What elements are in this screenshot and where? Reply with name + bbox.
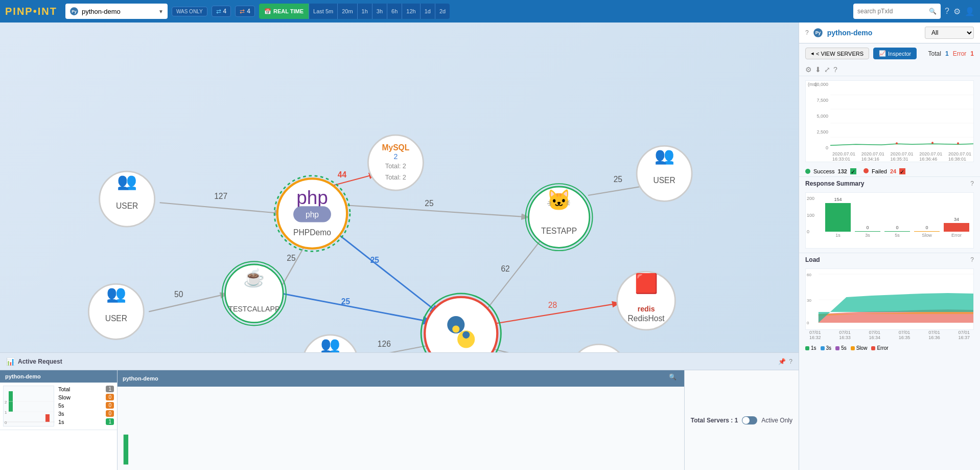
was-only-button[interactable]: WAS ONLY xyxy=(172,7,207,16)
stat-slow-label: Slow xyxy=(58,394,71,400)
active-only-label: Active Only xyxy=(761,417,792,424)
time-1d-button[interactable]: 1d xyxy=(420,4,435,19)
stat-1s-row: 1s 1 xyxy=(58,418,114,425)
search-icon[interactable]: 🔍 xyxy=(929,8,937,15)
bar-3s-val: 0 xyxy=(866,225,869,230)
svg-line-15 xyxy=(282,294,434,323)
svg-text:TESTAPP: TESTAPP xyxy=(541,227,577,235)
inspector-label: Inspector xyxy=(888,51,911,57)
stat-5s-val: 0 xyxy=(106,402,114,409)
load-chart-area: 60 30 0 07/0116:32 07/0116:33 xyxy=(799,266,980,344)
load-title: Load xyxy=(805,256,820,263)
active-requests-content xyxy=(118,387,684,470)
load-xaxis: 07/0116:32 07/0116:33 07/0116:34 07/0116… xyxy=(805,330,974,340)
svg-text:Py: Py xyxy=(72,9,77,14)
brand-logo: PINP•INT xyxy=(5,6,57,17)
stat-labels: Total 1 Slow 0 5s 0 xyxy=(58,386,114,427)
time-2d-button[interactable]: 2d xyxy=(435,4,450,19)
svg-text:2: 2 xyxy=(393,152,398,161)
settings-nav-icon[interactable]: ⚙ xyxy=(953,7,961,16)
svg-text:🟥: 🟥 xyxy=(635,272,659,295)
time-12h-button[interactable]: 12h xyxy=(402,4,419,19)
failed-checkbox[interactable]: ✓ xyxy=(899,168,905,174)
total-servers-label: Total Servers : 1 xyxy=(691,417,738,424)
help-bottom-icon[interactable]: ? xyxy=(789,358,792,365)
download-icon[interactable]: ⬇ xyxy=(815,65,821,74)
right-panel: ? Py python-demo All Success Failed ◂ < … xyxy=(799,23,980,470)
legend-1s-dot xyxy=(805,346,809,350)
stat-3s-row: 3s 0 xyxy=(58,410,114,417)
search-box[interactable]: 🔍 xyxy=(853,4,941,19)
help-response-icon[interactable]: ? xyxy=(970,180,974,187)
filter-dropdown[interactable]: All Success Failed xyxy=(925,27,974,39)
gear-chart-icon[interactable]: ⚙ xyxy=(805,65,812,74)
nav-icons: ? ⚙ 👤 xyxy=(945,7,975,16)
svg-text:🐱: 🐱 xyxy=(546,188,572,212)
svg-text:USER: USER xyxy=(653,176,675,185)
server-list-header: python-demo xyxy=(0,370,117,383)
svg-text:62: 62 xyxy=(501,264,509,273)
svg-text:1: 1 xyxy=(5,410,7,415)
bottom-panel-header: 📊 Active Request 📌 ? xyxy=(0,353,799,370)
chart-legend: Success 132 ✓ Failed 24 ✓ xyxy=(799,166,980,176)
bar-chart-area: 200 100 0 154 1s 0 3s xyxy=(799,190,980,253)
chart-plot-area xyxy=(830,81,973,151)
svg-text:USER: USER xyxy=(105,314,127,323)
svg-line-23 xyxy=(479,235,545,319)
expand-icon[interactable]: ⤢ xyxy=(824,65,830,74)
realtime-button[interactable]: 📅 REAL TIME xyxy=(259,4,309,19)
bottom-content: python-demo 0 1 2 xyxy=(0,370,799,470)
timeseries-chart: (ms) 10,000 7,500 5,000 2,500 0 xyxy=(805,80,974,162)
help-right-icon[interactable]: ? xyxy=(805,29,809,36)
svg-text:126: 126 xyxy=(378,340,391,348)
time-3h-button[interactable]: 3h xyxy=(372,4,387,19)
help-nav-icon[interactable]: ? xyxy=(945,7,949,16)
svg-text:0: 0 xyxy=(5,420,7,425)
server-list-panel: python-demo 0 1 2 xyxy=(0,370,118,470)
python-icon: Py xyxy=(69,7,79,16)
bar-error: 34 Error xyxy=(944,197,969,238)
search-server-icon[interactable]: 🔍 xyxy=(669,373,679,384)
counter-in-badge[interactable]: ⇄ 4 xyxy=(212,6,231,17)
legend-error-dot xyxy=(871,346,875,350)
search-input[interactable] xyxy=(857,8,929,15)
server-stats: 0 1 2 Total 1 Slow xyxy=(0,383,117,430)
pin-icon[interactable]: 📌 xyxy=(778,358,786,365)
svg-point-65 xyxy=(462,331,470,339)
svg-text:28: 28 xyxy=(548,301,557,309)
svg-line-11 xyxy=(340,205,530,217)
user-nav-icon[interactable]: 👤 xyxy=(965,7,975,16)
time-5m-button[interactable]: Last 5m xyxy=(309,4,337,19)
time-20m-button[interactable]: 20m xyxy=(337,4,357,19)
time-6h-button[interactable]: 6h xyxy=(387,4,402,19)
server-detail-panel: python-demo 🔍 xyxy=(118,370,684,470)
failed-legend-val: 24 xyxy=(890,168,896,174)
svg-rect-83 xyxy=(124,435,128,465)
active-only-toggle[interactable] xyxy=(742,416,757,424)
time-1h-button[interactable]: 1h xyxy=(357,4,372,19)
active-request-title: Active Request xyxy=(18,358,62,365)
server-detail-header: python-demo 🔍 xyxy=(118,370,684,387)
failed-dot-container xyxy=(864,168,869,174)
view-servers-button[interactable]: ◂ < VIEW SERVERS xyxy=(805,48,869,59)
legend-5s-dot xyxy=(835,346,839,350)
map-area[interactable]: 127 50 44 25 25 25 25 126 25 xyxy=(0,23,799,470)
legend-error-label: Error xyxy=(877,345,888,351)
realtime-label: REAL TIME xyxy=(273,8,304,14)
stat-1s-label: 1s xyxy=(58,419,64,425)
legend-slow-label: Slow xyxy=(856,345,868,351)
inspector-button[interactable]: 📈 Inspector xyxy=(873,48,917,59)
stat-total-val: 1 xyxy=(106,386,114,392)
top-navigation: PINP•INT Py python-demo ▼ WAS ONLY ⇄ 4 ⇄… xyxy=(0,0,980,23)
svg-text:Total: 2: Total: 2 xyxy=(385,173,406,181)
counter-out-badge[interactable]: ⇄ 4 xyxy=(235,6,255,17)
success-checkbox[interactable]: ✓ xyxy=(850,168,856,174)
help-chart-icon[interactable]: ? xyxy=(833,65,837,74)
app-selector[interactable]: Py python-demo ▼ xyxy=(65,4,168,19)
req-chart-area xyxy=(118,387,684,470)
svg-text:25: 25 xyxy=(425,199,434,208)
main-layout: 127 50 44 25 25 25 25 126 25 xyxy=(0,23,980,470)
svg-text:PHPDemo: PHPDemo xyxy=(293,228,331,237)
python-right-icon: Py xyxy=(813,28,823,38)
help-load-icon[interactable]: ? xyxy=(970,256,974,263)
